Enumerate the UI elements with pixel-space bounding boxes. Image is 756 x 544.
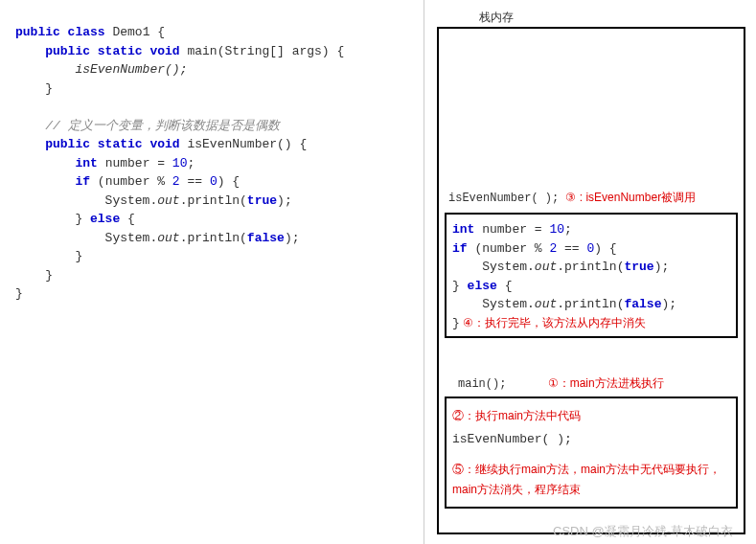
method-sig: main(String[] args) { bbox=[180, 44, 345, 58]
note-1: ①：main方法进栈执行 bbox=[548, 376, 664, 390]
code-text: { bbox=[497, 279, 513, 293]
field: out bbox=[157, 193, 179, 208]
brace: } bbox=[452, 316, 460, 330]
keyword: else bbox=[90, 212, 120, 226]
main-label: main(); bbox=[458, 377, 506, 391]
code-text: { bbox=[120, 212, 135, 226]
method-sig: isEvenNumber() { bbox=[180, 137, 308, 151]
keyword: false bbox=[624, 297, 661, 311]
code-text: System. bbox=[452, 260, 535, 274]
brace: } bbox=[15, 81, 53, 96]
number: 2 bbox=[172, 174, 180, 189]
code-text: ); bbox=[277, 193, 292, 208]
code-text: (number % bbox=[474, 241, 549, 256]
code-text: .println( bbox=[557, 297, 624, 311]
brace: } bbox=[15, 286, 23, 301]
code-text: == bbox=[180, 174, 210, 189]
code-text: ); bbox=[285, 231, 300, 245]
stack-frame-main: ②：执行main方法中代码 isEvenNumber( ); ⑤：继续执行mai… bbox=[445, 397, 738, 509]
field: out bbox=[535, 260, 557, 274]
code-text: number = bbox=[98, 156, 172, 170]
code-text: .println( bbox=[180, 231, 247, 245]
keyword: int bbox=[452, 222, 474, 237]
semi: ; bbox=[187, 156, 195, 170]
code-text: (number % bbox=[98, 174, 172, 189]
code-text: System. bbox=[15, 193, 157, 208]
brace: } bbox=[15, 249, 82, 263]
code-text: ) { bbox=[594, 241, 616, 256]
field: out bbox=[535, 297, 557, 311]
code-text: .println( bbox=[180, 193, 247, 208]
stack-frame-isEvenNumber: int number = 10; if (number % 2 == 0) { … bbox=[445, 213, 738, 338]
semi: ; bbox=[564, 222, 572, 237]
code-text: } bbox=[452, 279, 468, 293]
number: 10 bbox=[549, 222, 564, 237]
number: 10 bbox=[172, 156, 188, 170]
keyword: int bbox=[15, 156, 98, 170]
keyword: true bbox=[624, 260, 653, 274]
code-text: ) { bbox=[218, 174, 240, 189]
code-text: System. bbox=[452, 297, 535, 311]
stack-title: 栈内存 bbox=[479, 10, 514, 26]
class-name: Demo1 { bbox=[105, 25, 165, 39]
comment: // 定义一个变量，判断该数据是否是偶数 bbox=[15, 119, 280, 133]
code-text: System. bbox=[15, 231, 157, 245]
keyword: true bbox=[247, 193, 277, 208]
code-text: } bbox=[15, 212, 90, 226]
stack-memory-box: isEvenNumber( ); ③ : isEvenNumber被调用 int… bbox=[437, 27, 745, 534]
call-code: isEvenNumber( ); bbox=[448, 192, 559, 205]
source-code-panel: public class Demo1 { public static void … bbox=[0, 23, 422, 304]
divider bbox=[424, 0, 424, 544]
note-5: ⑤：继续执行main方法，main方法中无代码要执行，main方法消失，程序结束 bbox=[452, 460, 730, 499]
number: 0 bbox=[210, 174, 218, 189]
keyword: public static void bbox=[15, 137, 180, 151]
call: isEvenNumber(); bbox=[15, 62, 187, 77]
note-4: ④：执行完毕，该方法从内存中消失 bbox=[460, 316, 646, 329]
keyword: if bbox=[15, 174, 98, 189]
keyword: public static void bbox=[15, 44, 180, 58]
code-text: .println( bbox=[557, 260, 624, 274]
call-line: isEvenNumber( ); ③ : isEvenNumber被调用 bbox=[448, 190, 736, 206]
note-3: ③ : isEvenNumber被调用 bbox=[565, 191, 696, 204]
main-call-line: main(); ①：main方法进栈执行 bbox=[458, 375, 736, 392]
code-text: ); bbox=[654, 260, 670, 274]
brace: } bbox=[15, 268, 53, 283]
call-code: isEvenNumber( ); bbox=[452, 429, 730, 450]
keyword: false bbox=[247, 231, 285, 245]
code-text: ); bbox=[661, 297, 676, 311]
keyword: public class bbox=[15, 25, 105, 39]
code-text: == bbox=[557, 241, 586, 256]
field: out bbox=[157, 231, 179, 245]
watermark: CSDN @凝霜月冷残-草木破白衣 bbox=[553, 523, 733, 540]
keyword: if bbox=[452, 241, 474, 256]
keyword: else bbox=[468, 279, 497, 293]
code-text: number = bbox=[474, 222, 549, 237]
note-2: ②：执行main方法中代码 bbox=[452, 406, 730, 425]
